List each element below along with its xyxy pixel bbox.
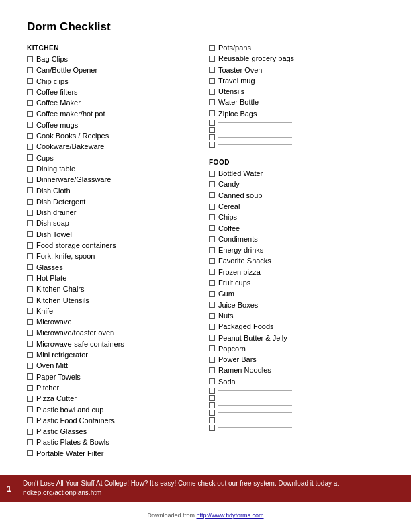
checkbox[interactable] (27, 220, 33, 226)
checkbox[interactable] (27, 429, 33, 435)
item-label: Packaged Foods (218, 322, 274, 331)
item-label: Dish drainer (36, 208, 76, 217)
blank-field[interactable] (218, 130, 292, 130)
checkbox[interactable] (209, 367, 215, 373)
checkbox[interactable] (27, 210, 33, 216)
blank-line (209, 120, 384, 126)
checkbox[interactable] (27, 177, 33, 183)
checkbox[interactable] (209, 181, 215, 187)
checkbox[interactable] (27, 133, 33, 139)
checkbox[interactable] (27, 231, 33, 237)
checkbox[interactable] (27, 396, 33, 402)
checkbox[interactable] (27, 111, 33, 117)
checkbox[interactable] (209, 357, 215, 363)
footer-url[interactable]: http://www.tidyforms.com (197, 512, 264, 519)
checkbox[interactable] (27, 330, 33, 336)
checkbox[interactable] (27, 363, 33, 369)
checkbox[interactable] (209, 225, 215, 231)
list-item: Juice Boxes (209, 300, 384, 310)
checkbox[interactable] (209, 291, 215, 297)
checkbox[interactable] (209, 142, 215, 148)
checkbox[interactable] (209, 313, 215, 319)
checkbox[interactable] (209, 236, 215, 242)
checkbox[interactable] (209, 110, 215, 116)
checkbox[interactable] (27, 341, 33, 347)
checkbox[interactable] (27, 144, 33, 150)
blank-field[interactable] (218, 412, 292, 413)
checkbox[interactable] (27, 275, 33, 281)
checkbox[interactable] (209, 410, 215, 416)
checkbox[interactable] (209, 302, 215, 308)
checkbox[interactable] (209, 280, 215, 286)
item-label: Toaster Oven (218, 65, 262, 75)
checkbox[interactable] (27, 417, 33, 423)
checkbox[interactable] (27, 56, 33, 62)
checkbox[interactable] (209, 56, 215, 62)
checkbox[interactable] (27, 67, 33, 73)
blank-field[interactable] (218, 427, 292, 428)
checkbox[interactable] (27, 450, 33, 456)
checkbox[interactable] (27, 406, 33, 412)
checkbox[interactable] (209, 345, 215, 351)
checkbox[interactable] (209, 45, 215, 51)
checkbox[interactable] (27, 122, 33, 128)
checkbox[interactable] (209, 66, 215, 73)
checkbox[interactable] (209, 324, 215, 330)
checkbox[interactable] (209, 247, 215, 253)
checkbox[interactable] (209, 378, 215, 384)
checkbox[interactable] (209, 214, 215, 220)
checkbox[interactable] (27, 89, 33, 95)
checkbox[interactable] (27, 199, 33, 205)
checkbox[interactable] (209, 258, 215, 264)
checkbox[interactable] (209, 402, 215, 408)
checkbox[interactable] (209, 99, 215, 105)
checkbox[interactable] (27, 297, 33, 303)
checkbox[interactable] (27, 308, 33, 314)
checkbox[interactable] (209, 269, 215, 275)
checkbox[interactable] (209, 388, 215, 394)
list-item: Peanut Butter & Jelly (209, 333, 384, 343)
checkbox[interactable] (209, 134, 215, 140)
checkbox[interactable] (27, 100, 33, 106)
checkbox[interactable] (27, 253, 33, 259)
list-item: Cereal (209, 202, 384, 211)
checkbox[interactable] (209, 127, 215, 133)
checkbox[interactable] (27, 352, 33, 358)
checkbox[interactable] (27, 319, 33, 325)
list-item: Plastic Food Containers (27, 416, 202, 425)
checkbox[interactable] (209, 395, 215, 401)
item-label: Knife (36, 306, 53, 316)
checkbox[interactable] (209, 417, 215, 423)
checkbox[interactable] (27, 286, 33, 292)
checkbox[interactable] (209, 120, 215, 126)
item-label: Cups (36, 153, 54, 163)
checkbox[interactable] (209, 89, 215, 95)
checkbox[interactable] (27, 166, 33, 172)
blank-field[interactable] (218, 390, 292, 391)
checkbox[interactable] (27, 264, 33, 270)
checkbox[interactable] (209, 192, 215, 198)
checkbox[interactable] (27, 439, 33, 445)
blank-field[interactable] (218, 420, 292, 420)
checkbox[interactable] (209, 204, 215, 210)
list-item: Packaged Foods (209, 322, 384, 331)
list-item: Coffee Maker (27, 98, 202, 107)
checkbox[interactable] (209, 171, 215, 177)
checkbox[interactable] (27, 187, 33, 193)
checkbox[interactable] (27, 154, 33, 161)
blank-field[interactable] (218, 398, 292, 398)
checkbox[interactable] (209, 78, 215, 84)
blank-field[interactable] (218, 122, 292, 123)
checkbox[interactable] (27, 242, 33, 249)
blank-field[interactable] (218, 405, 292, 406)
blank-field[interactable] (218, 137, 292, 138)
blank-field[interactable] (218, 144, 292, 145)
list-item: Food storage containers (27, 240, 202, 250)
checkbox[interactable] (27, 373, 33, 380)
list-item: Nuts (209, 311, 384, 320)
checkbox[interactable] (209, 335, 215, 341)
checkbox[interactable] (27, 385, 33, 391)
checkbox[interactable] (27, 78, 33, 84)
checkbox[interactable] (209, 425, 215, 431)
list-item: Gum (209, 289, 384, 298)
